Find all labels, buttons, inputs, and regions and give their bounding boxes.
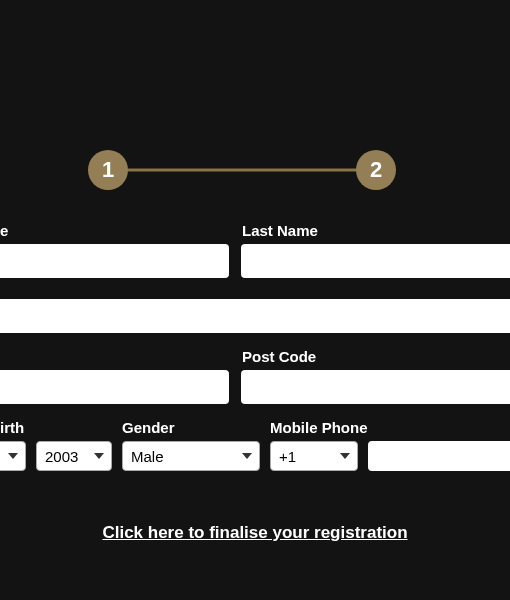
phone-code-select-wrap: +1	[270, 441, 358, 471]
dob-day-select-wrap: 3	[0, 441, 26, 471]
finalise-container: Click here to finalise your registration	[0, 523, 510, 543]
dob-year-select-wrap: 2003	[36, 441, 112, 471]
stepper: 1 2	[0, 148, 510, 192]
dob-day-select[interactable]: 3	[0, 441, 26, 471]
last-name-input[interactable]	[241, 244, 510, 278]
registration-form-step: 1 2 e Last Name Post Code irth Gender Mo…	[0, 0, 510, 600]
city-input[interactable]	[0, 370, 229, 404]
gender-select[interactable]: Male	[122, 441, 260, 471]
step-2-number: 2	[370, 157, 382, 183]
address-input[interactable]	[0, 299, 510, 333]
dob-year-select[interactable]: 2003	[36, 441, 112, 471]
dob-label-partial: irth	[0, 419, 24, 436]
post-code-label: Post Code	[242, 348, 316, 365]
first-name-input[interactable]	[0, 244, 229, 278]
step-1-number: 1	[102, 157, 114, 183]
phone-code-select[interactable]: +1	[270, 441, 358, 471]
last-name-label: Last Name	[242, 222, 318, 239]
stepper-connector	[126, 169, 372, 172]
gender-select-wrap: Male	[122, 441, 260, 471]
finalise-registration-link[interactable]: Click here to finalise your registration	[102, 523, 407, 542]
gender-label: Gender	[122, 419, 175, 436]
step-2-circle[interactable]: 2	[356, 150, 396, 190]
phone-number-input[interactable]	[368, 441, 510, 471]
step-1-circle[interactable]: 1	[88, 150, 128, 190]
first-name-label-partial: e	[0, 222, 8, 239]
mobile-phone-label: Mobile Phone	[270, 419, 368, 436]
post-code-input[interactable]	[241, 370, 510, 404]
